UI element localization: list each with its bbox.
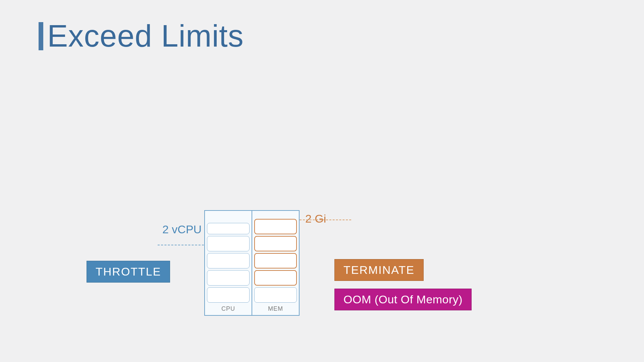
mem-cell [254, 287, 297, 303]
title-text: Exceed Limits [47, 18, 244, 54]
throttle-badge: THROTTLE [87, 261, 170, 283]
slide-title: Exceed Limits [39, 18, 244, 54]
mem-cell-exceed [254, 253, 297, 268]
cpu-limit-label: 2 vCPU [162, 223, 202, 236]
cpu-cells [207, 212, 250, 303]
mem-column: MEM [252, 211, 299, 315]
oom-badge: OOM (Out Of Memory) [334, 289, 472, 310]
resource-container: CPU MEM [204, 210, 300, 316]
cpu-cell [207, 270, 250, 286]
cpu-cell [207, 236, 250, 251]
mem-column-label: MEM [254, 303, 297, 314]
cpu-cell [207, 287, 250, 303]
mem-limit-label: 2 Gi [305, 212, 326, 225]
cpu-cell [207, 253, 250, 268]
mem-cells [254, 212, 297, 303]
mem-cell-exceed [254, 270, 297, 286]
cpu-cell-partial [207, 223, 250, 234]
terminate-badge: TERMINATE [334, 259, 424, 281]
mem-cell-exceed [254, 219, 297, 234]
cpu-column-label: CPU [207, 303, 250, 314]
cpu-column: CPU [205, 211, 252, 315]
mem-cell-exceed [254, 236, 297, 251]
title-accent-bar [39, 22, 43, 50]
